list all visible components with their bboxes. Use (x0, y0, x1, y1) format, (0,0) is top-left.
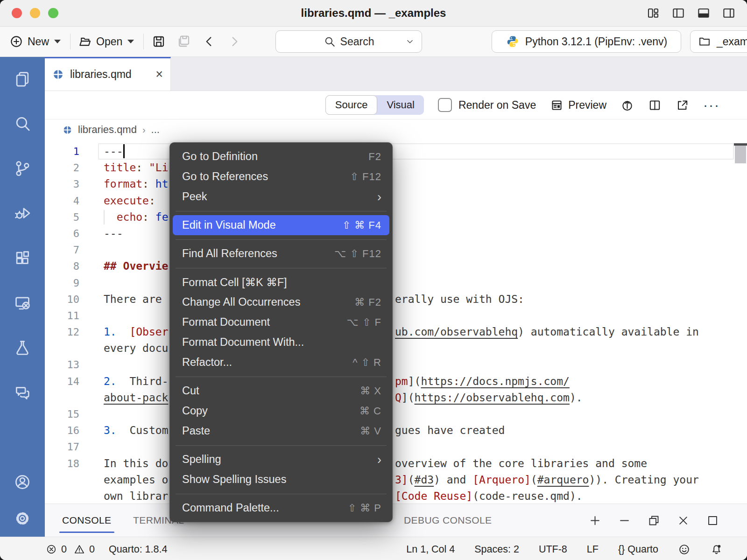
code-line: own librar[Code Reuse](code-reuse.qmd). (45, 488, 747, 504)
menu-item-go-to-definition[interactable]: Go to DefinitionF2 (169, 147, 393, 167)
open-button[interactable]: Open (78, 35, 134, 49)
code-line: 17 (45, 439, 747, 455)
source-mode-button[interactable]: Source (325, 95, 378, 115)
sidebar-item-sessions[interactable] (14, 294, 31, 312)
code-line: about-packQ](https://observablehq.com). (45, 390, 747, 406)
maximize-panel-icon[interactable] (706, 514, 719, 527)
menu-item-edit-in-visual-mode[interactable]: Edit in Visual Mode⇧ ⌘ F4 (173, 215, 389, 235)
code-line: 7 (45, 242, 747, 258)
customize-layout-icon[interactable] (646, 6, 660, 20)
status-language-mode[interactable]: {} Quarto (618, 544, 658, 555)
breadcrumb-file[interactable]: libraries.qmd (78, 124, 137, 136)
code-line: 18In this dooverview of the core librari… (45, 455, 747, 472)
sidebar-item-debug[interactable] (14, 204, 31, 222)
sidebar-item-extensions[interactable] (14, 249, 31, 267)
toggle-secondary-sidebar-icon[interactable] (722, 6, 736, 20)
interpreter-label: Python 3.12.1 (PipEnv: .venv) (525, 35, 667, 48)
sidebar-item-account[interactable] (14, 473, 31, 491)
code-line: every docu (45, 340, 747, 357)
panel-tab-debug-console[interactable]: DEBUG CONSOLE (404, 504, 492, 537)
sidebar-item-source-control[interactable] (14, 160, 31, 177)
menu-shortcut: ⌥ ⇧ F12 (334, 248, 381, 260)
minimize-panel-icon[interactable] (618, 514, 631, 527)
restore-panel-icon[interactable] (648, 514, 660, 527)
visual-mode-button[interactable]: Visual (377, 95, 424, 115)
navigate-back-icon[interactable] (202, 34, 217, 49)
problems-status[interactable]: 0 0 (46, 544, 95, 555)
menu-item-format-cell[interactable]: Format Cell [⌘K ⌘F] (169, 272, 393, 292)
line-number: 16 (45, 422, 79, 439)
split-editor-icon[interactable] (648, 98, 662, 112)
menu-item-go-to-references[interactable]: Go to References⇧ F12 (169, 167, 393, 187)
scrollbar-thumb[interactable] (735, 146, 746, 163)
top-action-bar: New Open Search Python 3.12.1 (PipEnv: .… (0, 27, 747, 57)
menu-item-spelling[interactable]: Spelling› (169, 449, 393, 469)
render-on-save-checkbox[interactable] (438, 98, 452, 112)
code-line: 1--- (45, 143, 747, 160)
menu-item-change-all-occurrences[interactable]: Change All Occurrences⌘ F2 (169, 292, 393, 312)
breadcrumb-more[interactable]: ... (151, 124, 160, 136)
close-tab-icon[interactable]: × (155, 68, 163, 81)
line-number: 15 (45, 406, 79, 422)
close-panel-icon[interactable] (677, 514, 690, 527)
menu-item-refactor[interactable]: Refactor...^ ⇧ R (169, 352, 393, 372)
preview-icon (550, 98, 564, 112)
menu-shortcut: ⇧ F12 (350, 171, 381, 183)
menu-shortcut: ⌘ X (360, 385, 381, 397)
chevron-down-icon (127, 40, 134, 43)
breadcrumb[interactable]: libraries.qmd › ... (45, 119, 747, 140)
code-editor[interactable]: 1---2title: "Li3format: ht4execute:5 ech… (45, 140, 747, 504)
workspace-button[interactable]: _examples (690, 30, 747, 53)
quarto-version-status[interactable]: Quarto: 1.8.4 (109, 544, 168, 555)
menu-item-find-all-references[interactable]: Find All References⌥ ⇧ F12 (169, 244, 393, 264)
status-encoding[interactable]: UTF-8 (539, 544, 567, 555)
menu-item-paste[interactable]: Paste⌘ V (169, 421, 393, 441)
code-line: 2title: "Li (45, 160, 747, 176)
save-icon[interactable] (151, 34, 166, 49)
breadcrumb-separator: › (142, 125, 146, 135)
preview-button[interactable]: Preview (550, 98, 606, 112)
menu-item-format-document[interactable]: Format Document⌥ ⇧ F (169, 312, 393, 332)
search-input[interactable]: Search (275, 30, 422, 53)
menu-item-command-palette[interactable]: Command Palette...⇧ ⌘ P (169, 498, 393, 518)
status-cursor-position[interactable]: Ln 1, Col 4 (406, 544, 455, 555)
notifications-bell-icon[interactable] (710, 543, 723, 556)
sidebar-item-search[interactable] (14, 115, 31, 133)
code-line: 13 (45, 357, 747, 373)
interpreter-selector[interactable]: Python 3.12.1 (PipEnv: .venv) (492, 30, 681, 53)
warning-count: 0 (89, 544, 95, 555)
toggle-panel-icon[interactable] (697, 6, 711, 20)
quarto-file-icon (52, 69, 64, 80)
new-console-icon[interactable] (589, 514, 601, 527)
open-external-icon[interactable] (676, 98, 689, 112)
sidebar-item-files[interactable] (14, 70, 31, 88)
panel-tab-bar: CONSOLETERMINALDEBUG CONSOLE (45, 504, 747, 537)
new-button[interactable]: New (9, 35, 61, 49)
menu-item-cut[interactable]: Cut⌘ X (169, 381, 393, 401)
menu-item-show-spelling-issues[interactable]: Show Spelling Issues (169, 469, 393, 490)
menu-separator (176, 377, 387, 377)
feedback-icon[interactable] (678, 543, 691, 556)
text-cursor (123, 144, 125, 158)
toggle-sidebar-icon[interactable] (671, 6, 685, 20)
save-all-icon[interactable] (176, 34, 191, 49)
menu-item-peek[interactable]: Peek› (169, 187, 393, 207)
navigate-forward-icon[interactable] (227, 34, 242, 49)
quarto-file-icon (63, 125, 72, 135)
editor-action-bar: Source Visual Render on Save Preview ··· (45, 91, 747, 119)
status-eol[interactable]: LF (587, 544, 599, 555)
tab-libraries-qmd[interactable]: libraries.qmd × (45, 57, 171, 91)
sidebar-item-settings[interactable] (14, 510, 31, 527)
menu-item-format-document-with[interactable]: Format Document With... (169, 332, 393, 352)
editor-scrollbar[interactable] (734, 140, 747, 504)
render-on-save-control: Render on Save (438, 98, 536, 112)
panel-tab-console[interactable]: CONSOLE (62, 504, 112, 537)
render-icon[interactable] (620, 98, 634, 112)
sidebar-item-comments[interactable] (14, 384, 31, 401)
preview-label: Preview (568, 99, 606, 112)
menu-shortcut: ⌘ F2 (354, 296, 381, 308)
status-indentation[interactable]: Spaces: 2 (474, 544, 519, 555)
menu-item-copy[interactable]: Copy⌘ C (169, 401, 393, 421)
sidebar-item-testing[interactable] (14, 339, 31, 357)
line-number: 2 (45, 160, 79, 176)
